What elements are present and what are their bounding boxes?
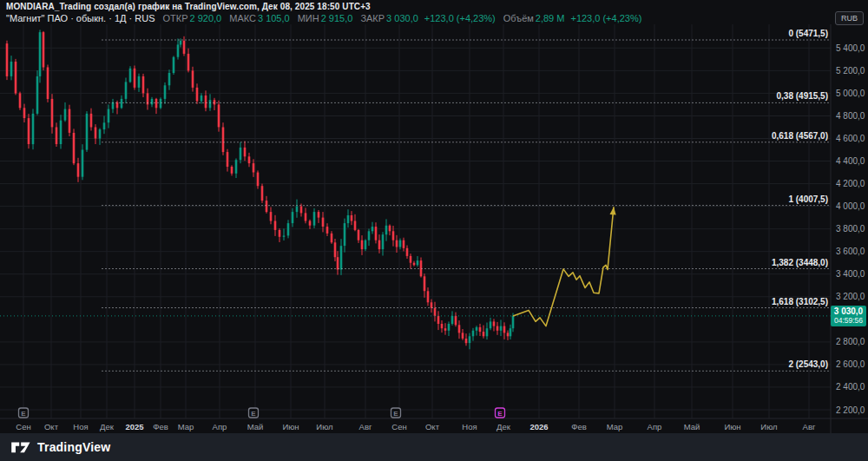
price-axis-label: 3 200,0: [836, 292, 865, 301]
ohlc-field-label: МИН: [298, 13, 319, 23]
time-axis-month-label: Мар: [178, 422, 194, 431]
ohlc-field-label: ОТКР: [162, 13, 187, 23]
time-axis-month-label: Дек: [100, 422, 115, 431]
price-axis-label: 3 600,0: [836, 247, 865, 256]
price-axis-labels[interactable]: 5 400,05 200,05 000,04 800,04 600,04 400…: [836, 43, 865, 415]
price-axis-label: 4 200,0: [836, 179, 865, 188]
earnings-marker-letter: E: [251, 410, 256, 418]
symbol-info-bar: "Магнит" ПАО · обыкн. · 1Д · RUSОТКР2 92…: [6, 13, 641, 23]
time-axis-month-label: Фев: [571, 422, 587, 431]
ohlc-field-label: МАКС: [229, 13, 256, 23]
time-axis-month-label: Апр: [648, 422, 662, 431]
price-axis-label: 2 400,0: [836, 382, 865, 392]
fib-level-label: 1,382 (3448,0): [772, 258, 828, 267]
ohlc-values: ОТКР2 920,0МАКС3 105,0МИН2 915,0ЗАКР3 03…: [155, 13, 641, 23]
footer-bar: TradingView: [0, 433, 868, 461]
fib-level-label: 1 (4007,5): [788, 194, 828, 204]
price-axis-label: 4 400,0: [836, 156, 865, 166]
grid-lines: [0, 24, 831, 418]
time-axis-month-label: Июл: [760, 422, 777, 431]
price-axis-label: 4 800,0: [836, 111, 865, 121]
earnings-marker-letter: E: [497, 410, 503, 418]
price-axis-label: 2 800,0: [836, 337, 865, 346]
time-axis-month-label: Мар: [607, 422, 623, 431]
tradingview-brand-link[interactable]: TradingView: [37, 440, 110, 454]
symbol-title[interactable]: "Магнит" ПАО · обыкн. · 1Д · RUS: [6, 13, 155, 23]
time-axis-month-label: Май: [247, 422, 264, 431]
price-chart-canvas[interactable]: 0 (5471,5)0,38 (4915,5)0,618 (4567,0)1 (…: [0, 0, 868, 461]
earnings-marker-letter: E: [21, 410, 26, 418]
ohlc-field-value: +123,0 (+4,23%): [424, 13, 496, 23]
price-axis-label: 2 600,0: [836, 359, 865, 369]
time-axis-month-label: Апр: [213, 422, 227, 431]
price-axis-label: 5 000,0: [836, 89, 865, 98]
time-axis-month-label: Авг: [803, 422, 816, 431]
time-axis-year-label: 2026: [529, 422, 548, 431]
ohlc-field-value: +123,0 (+4,23%): [570, 13, 641, 23]
time-axis-month-label: Сен: [391, 422, 406, 431]
ohlc-field-value: 2,89 M: [536, 13, 565, 23]
candles-series: [6, 30, 515, 349]
time-axis-month-label: Ноя: [462, 422, 477, 431]
fib-level-label: 2 (2543,0): [788, 359, 828, 369]
fib-level-label: 1,618 (3102,5): [772, 297, 828, 306]
time-axis-month-label: Авг: [359, 422, 372, 431]
time-axis-month-label: Фев: [153, 422, 168, 431]
ohlc-field-label: Объём: [503, 13, 534, 23]
price-axis-label: 3 400,0: [836, 269, 865, 279]
ohlc-field-value: 3 030,0: [386, 13, 418, 23]
fib-level-label: 0,38 (4915,5): [777, 91, 829, 101]
projection-line[interactable]: [513, 207, 614, 326]
fib-level-label: 0 (5471,5): [788, 29, 828, 38]
ohlc-field-label: ЗАКР: [360, 13, 385, 23]
attribution-text: MONDIARA_Trading создал(а) график на Tra…: [6, 2, 371, 11]
time-axis-month-label: Окт: [425, 422, 440, 431]
time-axis-month-label: Окт: [44, 422, 59, 431]
price-axis-label: 2 200,0: [836, 405, 865, 415]
time-axis-labels[interactable]: СенОктНояДек2025ФевМарАпрМайИюнИюлАвгСен…: [16, 422, 816, 431]
ohlc-field-value: 3 105,0: [258, 13, 290, 23]
earnings-marker-letter: E: [393, 410, 398, 418]
price-axis-label: 5 400,0: [836, 43, 865, 53]
ohlc-field-value: 2 915,0: [321, 13, 353, 23]
time-axis-month-label: Май: [684, 422, 700, 431]
time-axis-month-label: Июн: [724, 422, 740, 431]
chart-window: 0 (5471,5)0,38 (4915,5)0,618 (4567,0)1 (…: [0, 0, 868, 461]
time-axis-month-label: Дек: [496, 422, 511, 431]
time-axis-month-label: Сен: [16, 422, 30, 431]
last-price-badge[interactable]: 3 030,0 04:59:56: [831, 306, 866, 326]
time-axis-month-label: Июл: [316, 422, 332, 431]
time-axis-month-label: Ноя: [73, 422, 88, 431]
ohlc-field-value: 2 920,0: [190, 13, 222, 23]
last-price-value: 3 030,0: [831, 306, 866, 316]
tradingview-logo-icon[interactable]: [10, 439, 31, 455]
fib-level-label: 0,618 (4567,0): [772, 131, 828, 141]
time-axis-year-label: 2025: [125, 422, 144, 431]
currency-toggle-button[interactable]: RUB: [835, 11, 864, 25]
time-axis-month-label: Июн: [282, 422, 299, 431]
fib-retracement-drawing[interactable]: 0 (5471,5)0,38 (4915,5)0,618 (4567,0)1 (…: [102, 29, 830, 371]
bar-close-countdown: 04:59:56: [831, 316, 866, 325]
price-axis-label: 3 800,0: [836, 224, 865, 234]
price-axis-label: 5 200,0: [836, 66, 865, 76]
projection-drawing[interactable]: [513, 207, 616, 326]
price-axis-label: 4 000,0: [836, 201, 865, 211]
price-axis-label: 4 600,0: [836, 134, 865, 143]
